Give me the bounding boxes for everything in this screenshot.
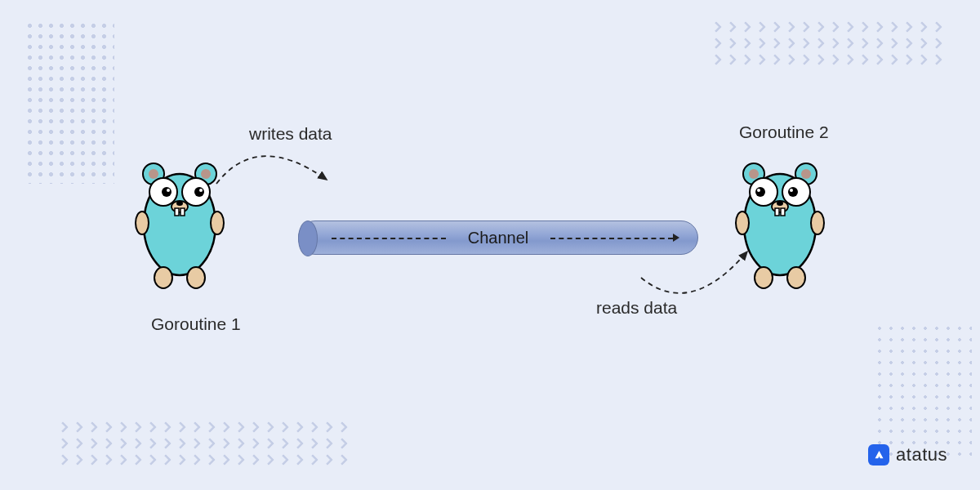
brand-logo-text: atatus — [896, 444, 947, 466]
goroutine-2-label: Goroutine 2 — [739, 122, 829, 142]
svg-point-12 — [194, 187, 204, 197]
svg-rect-18 — [180, 208, 185, 216]
svg-point-35 — [777, 201, 783, 206]
svg-point-3 — [201, 169, 211, 179]
goroutine-1-label: Goroutine 1 — [151, 314, 241, 334]
svg-rect-36 — [775, 208, 779, 216]
decorative-dots-top-left — [24, 20, 114, 184]
decorative-chevrons-top-right — [710, 20, 947, 69]
svg-point-31 — [788, 187, 798, 197]
svg-point-13 — [167, 189, 170, 192]
svg-point-8 — [187, 267, 205, 288]
svg-point-11 — [162, 187, 172, 197]
svg-point-1 — [149, 169, 158, 179]
svg-point-25 — [811, 212, 824, 234]
svg-point-30 — [755, 187, 765, 197]
channel-flow-line-left — [332, 238, 446, 239]
svg-point-5 — [136, 212, 149, 234]
svg-point-32 — [757, 189, 760, 192]
decorative-chevrons-bottom-left — [57, 421, 351, 470]
svg-point-27 — [787, 267, 805, 288]
decorative-dots-bottom-right — [874, 323, 972, 461]
channel-diagram: writes data Goroutine 2 Goroutine 1 read… — [122, 114, 882, 376]
svg-rect-37 — [781, 208, 785, 216]
svg-point-33 — [790, 189, 793, 192]
channel-label: Channel — [461, 229, 536, 247]
svg-point-24 — [736, 212, 749, 234]
svg-point-26 — [755, 267, 773, 288]
gopher-icon-1 — [131, 159, 229, 290]
svg-point-20 — [749, 169, 759, 179]
svg-point-16 — [176, 201, 183, 206]
svg-rect-17 — [175, 208, 179, 216]
brand-logo: atatus — [868, 444, 947, 466]
svg-point-7 — [154, 267, 172, 288]
brand-logo-icon — [868, 444, 889, 466]
writes-arrow-icon — [208, 139, 347, 220]
svg-point-22 — [801, 169, 811, 179]
svg-point-14 — [199, 189, 203, 192]
gopher-icon-2 — [731, 159, 829, 290]
svg-point-6 — [211, 212, 224, 234]
